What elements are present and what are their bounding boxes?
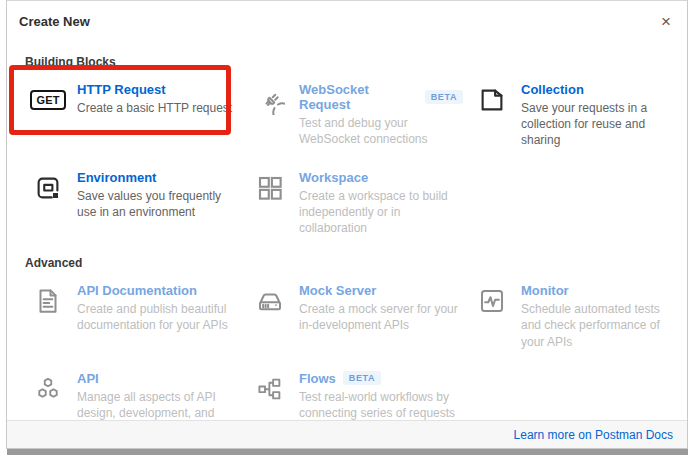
window-bottom-edge (7, 449, 688, 455)
item-description: Create a workspace to build independentl… (299, 188, 459, 237)
item-description: Save your requests in a collection for r… (521, 100, 675, 149)
building-blocks-grid: GET HTTP Request Create a basic HTTP req… (19, 81, 675, 236)
item-description: Create and publish beautiful documentati… (77, 301, 237, 333)
websocket-icon (253, 83, 287, 117)
environment-icon (31, 171, 65, 205)
item-websocket-request[interactable]: WebSocket Request BETA Test and debug yo… (241, 81, 463, 149)
screenshot: Create New × Building Blocks GET HTTP Re… (0, 0, 690, 461)
item-title: Monitor (521, 283, 569, 298)
item-title: Environment (77, 170, 156, 185)
document-icon (31, 284, 65, 318)
server-icon (253, 284, 287, 318)
workspace-grid-icon (253, 171, 287, 205)
learn-more-link[interactable]: Learn more on Postman Docs (514, 428, 673, 442)
item-title: Flows (299, 371, 336, 386)
dialog-footer: Learn more on Postman Docs (7, 420, 687, 448)
item-description: Save values you frequently use in an env… (77, 188, 237, 220)
section-label-advanced: Advanced (25, 256, 675, 270)
api-hexagons-icon (31, 372, 65, 406)
dialog-body: Building Blocks GET HTTP Request Create … (7, 38, 687, 461)
item-description: Schedule automated tests and check perfo… (521, 301, 675, 350)
create-new-dialog: Create New × Building Blocks GET HTTP Re… (6, 0, 688, 449)
close-icon[interactable]: × (661, 13, 671, 30)
item-workspace[interactable]: Workspace Create a workspace to build in… (241, 169, 463, 237)
item-api-documentation[interactable]: API Documentation Create and publish bea… (19, 282, 241, 350)
item-title: WebSocket Request (299, 82, 418, 112)
item-description: Test and debug your WebSocket connection… (299, 115, 459, 147)
dialog-title: Create New (19, 14, 90, 29)
advanced-grid: API Documentation Create and publish bea… (19, 282, 675, 437)
item-mock-server[interactable]: Mock Server Create a mock server for you… (241, 282, 463, 350)
item-description: Create a basic HTTP request (77, 100, 232, 116)
item-title: Collection (521, 82, 584, 97)
item-collection[interactable]: Collection Save your requests in a colle… (463, 81, 675, 149)
dialog-header: Create New × (7, 1, 687, 38)
item-monitor[interactable]: Monitor Schedule automated tests and che… (463, 282, 675, 350)
monitor-pulse-icon (475, 284, 509, 318)
collection-file-icon (475, 83, 509, 117)
item-title: HTTP Request (77, 82, 166, 97)
item-title: Workspace (299, 170, 368, 185)
get-method-icon: GET (31, 83, 65, 117)
section-label-building-blocks: Building Blocks (25, 55, 675, 69)
get-badge: GET (30, 90, 65, 110)
item-description: Create a mock server for your in-develop… (299, 301, 459, 333)
beta-badge: BETA (425, 90, 463, 104)
item-title: Mock Server (299, 283, 376, 298)
beta-badge: BETA (343, 371, 381, 385)
item-environment[interactable]: Environment Save values you frequently u… (19, 169, 241, 237)
item-title: API (77, 371, 99, 386)
flows-icon (253, 372, 287, 406)
item-http-request[interactable]: GET HTTP Request Create a basic HTTP req… (19, 81, 241, 149)
item-title: API Documentation (77, 283, 197, 298)
